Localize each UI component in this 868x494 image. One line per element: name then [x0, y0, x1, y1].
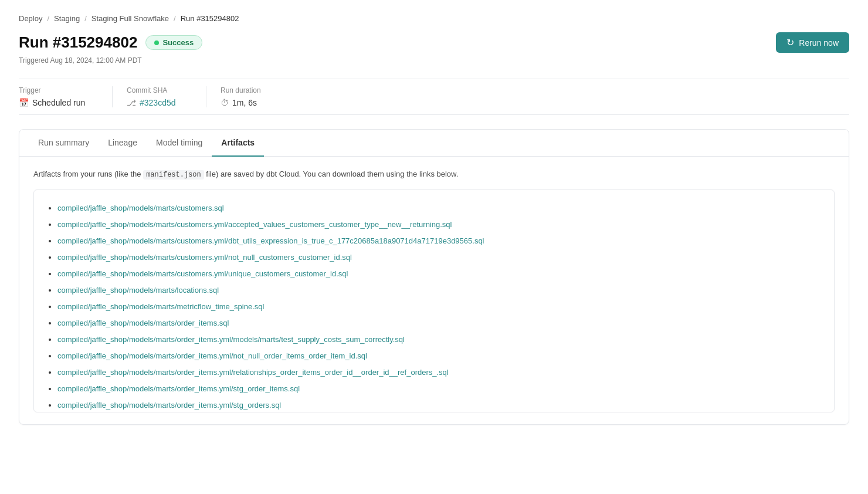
- page-title: Run #315294802: [19, 33, 137, 52]
- card-body: Artifacts from your runs (like the manif…: [19, 157, 849, 424]
- list-item: compiled/jaffle_shop/models/marts/order_…: [57, 331, 822, 347]
- list-item: compiled/jaffle_shop/models/marts/locati…: [57, 282, 822, 298]
- commit-label: Commit SHA: [127, 86, 192, 94]
- header-row: Run #315294802 Success ↻ Rerun now: [19, 32, 849, 53]
- clock-icon: ⏱: [221, 98, 229, 107]
- list-item: compiled/jaffle_shop/models/marts/custom…: [57, 232, 822, 249]
- artifact-link[interactable]: compiled/jaffle_shop/models/marts/order_…: [57, 319, 229, 327]
- breadcrumb-staging[interactable]: Staging: [54, 14, 80, 23]
- list-item: compiled/jaffle_shop/models/marts/order_…: [57, 347, 822, 364]
- artifact-link[interactable]: compiled/jaffle_shop/models/marts/custom…: [57, 253, 352, 262]
- artifacts-desc-code: manifest.json: [143, 170, 204, 180]
- trigger-value: 📅 Scheduled run: [19, 98, 98, 107]
- commit-meta: Commit SHA ⎇ #323cd5d: [113, 86, 206, 107]
- breadcrumb-sep-2: /: [84, 14, 87, 23]
- trigger-label: Trigger: [19, 86, 98, 94]
- list-item: compiled/jaffle_shop/models/marts/custom…: [57, 216, 822, 232]
- breadcrumb: Deploy / Staging / Staging Full Snowflak…: [19, 14, 849, 23]
- breadcrumb-deploy[interactable]: Deploy: [19, 14, 42, 23]
- tab-artifacts[interactable]: Artifacts: [212, 130, 264, 157]
- status-badge: Success: [145, 35, 202, 50]
- list-item: compiled/jaffle_shop/models/marts/metric…: [57, 298, 822, 314]
- artifact-link[interactable]: compiled/jaffle_shop/models/marts/order_…: [57, 384, 300, 393]
- commit-link[interactable]: #323cd5d: [140, 98, 176, 107]
- header-left: Run #315294802 Success: [19, 33, 202, 52]
- breadcrumb-staging-full[interactable]: Staging Full Snowflake: [91, 14, 169, 23]
- artifact-link[interactable]: compiled/jaffle_shop/models/marts/custom…: [57, 204, 224, 212]
- rerun-label: Rerun now: [799, 38, 839, 48]
- rerun-icon: ↻: [786, 37, 794, 48]
- trigger-meta: Trigger 📅 Scheduled run: [19, 86, 113, 107]
- artifact-link[interactable]: compiled/jaffle_shop/models/marts/custom…: [57, 269, 348, 278]
- tab-lineage[interactable]: Lineage: [99, 130, 147, 157]
- list-item: compiled/jaffle_shop/models/marts/custom…: [57, 199, 822, 216]
- tab-model-timing[interactable]: Model timing: [147, 130, 212, 157]
- artifact-link[interactable]: compiled/jaffle_shop/models/marts/custom…: [57, 220, 452, 229]
- artifacts-description: Artifacts from your runs (like the manif…: [33, 168, 835, 180]
- list-item: compiled/jaffle_shop/models/marts/order_…: [57, 380, 822, 397]
- artifacts-list: compiled/jaffle_shop/models/marts/custom…: [46, 199, 822, 412]
- artifacts-desc-prefix: Artifacts from your runs (like the: [33, 170, 143, 178]
- artifacts-desc-suffix: file) are saved by dbt Cloud. You can do…: [204, 170, 459, 178]
- artifact-link[interactable]: compiled/jaffle_shop/models/marts/order_…: [57, 368, 449, 377]
- calendar-icon: 📅: [19, 98, 29, 107]
- artifact-link[interactable]: compiled/jaffle_shop/models/marts/order_…: [57, 401, 281, 410]
- meta-row: Trigger 📅 Scheduled run Commit SHA ⎇ #32…: [19, 79, 849, 115]
- artifact-link[interactable]: compiled/jaffle_shop/models/marts/custom…: [57, 236, 484, 245]
- duration-value: ⏱ 1m, 6s: [221, 98, 286, 107]
- list-item: compiled/jaffle_shop/models/marts/order_…: [57, 364, 822, 380]
- tabs-bar: Run summary Lineage Model timing Artifac…: [19, 130, 849, 157]
- trigger-value-text: Scheduled run: [32, 98, 85, 107]
- duration-value-text: 1m, 6s: [232, 98, 257, 107]
- list-item: compiled/jaffle_shop/models/marts/order_…: [57, 314, 822, 331]
- tab-run-summary[interactable]: Run summary: [29, 130, 99, 157]
- rerun-button[interactable]: ↻ Rerun now: [776, 32, 849, 53]
- artifact-link[interactable]: compiled/jaffle_shop/models/marts/order_…: [57, 335, 405, 344]
- main-card: Run summary Lineage Model timing Artifac…: [19, 129, 849, 425]
- artifacts-list-container[interactable]: compiled/jaffle_shop/models/marts/custom…: [33, 190, 835, 412]
- duration-label: Run duration: [221, 86, 286, 94]
- artifact-link[interactable]: compiled/jaffle_shop/models/marts/metric…: [57, 302, 264, 311]
- breadcrumb-sep-1: /: [47, 14, 49, 23]
- commit-value: ⎇ #323cd5d: [127, 98, 192, 107]
- artifact-link[interactable]: compiled/jaffle_shop/models/marts/order_…: [57, 351, 367, 360]
- list-item: compiled/jaffle_shop/models/marts/custom…: [57, 249, 822, 265]
- artifact-link[interactable]: compiled/jaffle_shop/models/marts/locati…: [57, 286, 219, 295]
- status-label: Success: [162, 38, 194, 47]
- branch-icon: ⎇: [127, 98, 136, 107]
- breadcrumb-sep-3: /: [174, 14, 176, 23]
- list-item: compiled/jaffle_shop/models/marts/order_…: [57, 397, 822, 412]
- duration-meta: Run duration ⏱ 1m, 6s: [206, 86, 300, 107]
- triggered-text: Triggered Aug 18, 2024, 12:00 AM PDT: [19, 56, 849, 65]
- breadcrumb-current: Run #315294802: [181, 14, 239, 23]
- status-dot: [154, 40, 159, 45]
- list-item: compiled/jaffle_shop/models/marts/custom…: [57, 265, 822, 282]
